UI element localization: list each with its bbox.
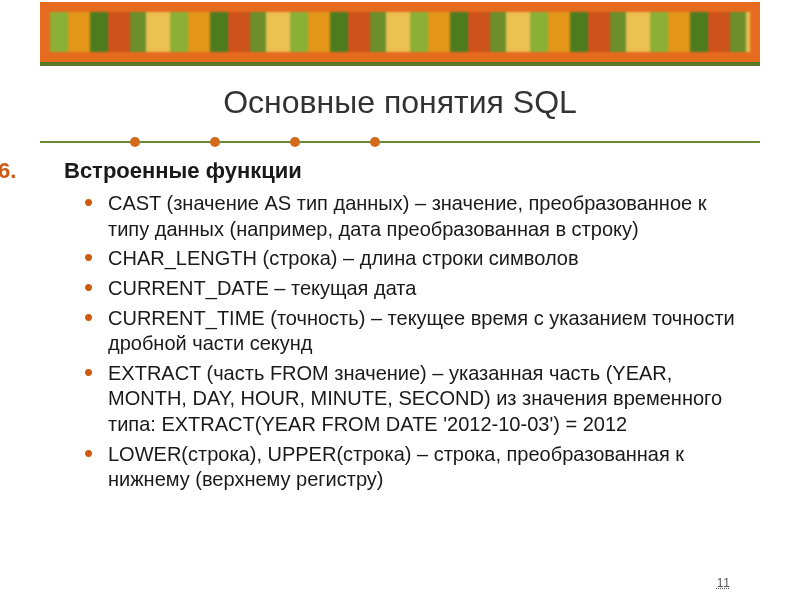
section-heading: Встроенные функции bbox=[64, 157, 744, 185]
bullet-item: EXTRACT (часть FROM значение) – указанна… bbox=[80, 361, 744, 438]
divider-line bbox=[40, 141, 760, 143]
divider-dot-icon bbox=[290, 137, 300, 147]
bullet-item: CAST (значение AS тип данных) – значение… bbox=[80, 191, 744, 242]
title-divider bbox=[40, 135, 760, 149]
banner-underline bbox=[40, 62, 760, 66]
divider-dot-icon bbox=[210, 137, 220, 147]
bullet-item: LOWER(строка), UPPER(строка) – строка, п… bbox=[80, 442, 744, 493]
page-number: 11 bbox=[717, 576, 730, 590]
bullet-item: CURRENT_DATE – текущая дата bbox=[80, 276, 744, 302]
section-number: 6. bbox=[0, 157, 16, 185]
bullet-list: CAST (значение AS тип данных) – значение… bbox=[80, 191, 744, 493]
decorative-banner bbox=[40, 2, 760, 62]
bullet-item: CURRENT_TIME (точность) – текущее время … bbox=[80, 306, 744, 357]
page-title: Основные понятия SQL bbox=[0, 84, 800, 121]
content-area: 6. Встроенные функции CAST (значение AS … bbox=[0, 157, 800, 493]
divider-dot-icon bbox=[130, 137, 140, 147]
divider-dot-icon bbox=[370, 137, 380, 147]
banner-texture bbox=[50, 12, 750, 52]
bullet-item: CHAR_LENGTH (строка) – длина строки симв… bbox=[80, 246, 744, 272]
